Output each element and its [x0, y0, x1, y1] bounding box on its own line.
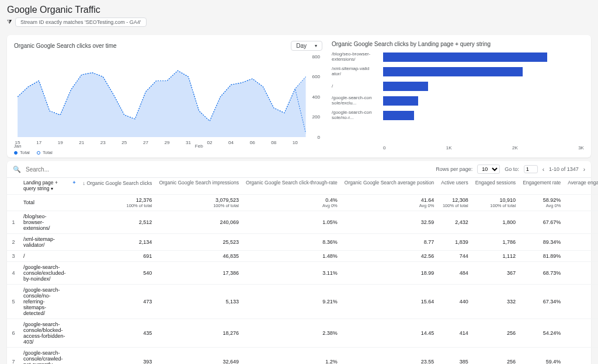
svg-text:600: 600 — [312, 75, 320, 80]
table-header-row: Landing page + query string ▾ + ↓ Organi… — [7, 178, 598, 194]
bar-label: /xml-sitemap-validator/ — [332, 66, 383, 77]
col-time[interactable]: Average engagement time per active user — [564, 178, 598, 194]
data-table: 🔍 Rows per page: 10 Go to: ‹ 1-10 of 134… — [7, 161, 591, 364]
svg-text:200: 200 — [312, 115, 320, 120]
svg-text:17: 17 — [36, 140, 42, 145]
table-row[interactable]: 3/69146,8351.48%42.567441,11281.89%3m 24… — [7, 250, 598, 261]
svg-text:400: 400 — [312, 94, 320, 100]
table-row[interactable]: 4/google-search-console/excluded-by-noin… — [7, 261, 598, 284]
search-input[interactable] — [26, 166, 431, 173]
rows-per-page-label: Rows per page: — [436, 166, 472, 172]
bar-label: /google-search-console/exclu... — [332, 96, 383, 106]
goto-input[interactable] — [524, 165, 538, 173]
chevron-down-icon: ▾ — [51, 186, 53, 191]
pager: Rows per page: 10 Go to: ‹ 1-10 of 1347 … — [436, 164, 585, 174]
col-sess[interactable]: Engaged sessions — [472, 178, 519, 194]
sort-desc-icon: ↓ — [83, 180, 86, 186]
bar-label: / — [332, 84, 383, 89]
timeseries-legend: Total Total — [14, 150, 322, 155]
row-path[interactable]: / — [20, 250, 69, 261]
svg-text:25: 25 — [121, 140, 127, 145]
charts-panel: Organic Google Search clicks over time D… — [7, 35, 591, 158]
svg-text:0: 0 — [317, 135, 320, 140]
bar-label: /blog/seo-browser-extensions/ — [332, 52, 383, 62]
bar-row[interactable]: /xml-sitemap-validator/ — [332, 65, 579, 78]
bar-row[interactable]: /google-search-console/no-r... — [332, 109, 579, 122]
bar-row[interactable]: / — [332, 80, 579, 93]
col-users[interactable]: Active users — [437, 178, 471, 194]
row-path[interactable]: /google-search-console/excluded-by-noind… — [20, 261, 69, 284]
svg-text:06: 06 — [250, 140, 256, 145]
svg-text:10: 10 — [293, 140, 298, 145]
header: Google Organic Traffic ⧩ Stream ID exact… — [0, 0, 598, 29]
col-pos[interactable]: Organic Google Search average position — [341, 178, 438, 194]
rows-per-page-select[interactable]: 10 — [477, 164, 500, 174]
legend-a: Total — [20, 150, 30, 155]
filter-icon: ⧩ — [7, 19, 12, 26]
svg-text:02: 02 — [207, 140, 213, 145]
row-path[interactable]: /xml-sitemap-validator/ — [20, 233, 69, 250]
col-ctr[interactable]: Organic Google Search click-through-rate — [242, 178, 341, 194]
svg-text:27: 27 — [143, 140, 149, 145]
svg-text:800: 800 — [312, 54, 320, 60]
bar-chart-title: Organic Google Search clicks by Landing … — [332, 41, 491, 47]
goto-label: Go to: — [505, 166, 519, 172]
filter-chip-label: Stream ID exactly matches 'SEOTesting.co… — [20, 19, 141, 25]
table-total-row: Total12,376100% of total3,079,523100% of… — [7, 194, 598, 211]
timeseries-title: Organic Google Search clicks over time — [14, 43, 117, 49]
legend-b: Total — [43, 150, 53, 155]
granularity-label: Day — [296, 43, 307, 49]
svg-text:29: 29 — [164, 140, 170, 145]
add-column-button[interactable]: + — [69, 178, 79, 194]
total-label: Total — [20, 194, 69, 211]
row-path[interactable]: /google-search-console/blocked-access-fo… — [20, 318, 69, 347]
table-row[interactable]: 2/xml-sitemap-validator/2,13425,5238.36%… — [7, 233, 598, 250]
svg-text:08: 08 — [271, 140, 277, 145]
col-impr[interactable]: Organic Google Search impressions — [155, 178, 242, 194]
table-row[interactable]: 5/google-search-console/no-referring-sit… — [7, 284, 598, 318]
granularity-select[interactable]: Day ▾ — [291, 41, 322, 51]
svg-text:04: 04 — [228, 140, 234, 145]
bar-label: /google-search-console/no-r... — [332, 110, 383, 121]
prev-page-icon[interactable]: ‹ — [543, 166, 544, 173]
row-path[interactable]: /blog/seo-browser-extensions/ — [20, 211, 69, 233]
timeseries-chart: Organic Google Search clicks over time D… — [14, 41, 322, 155]
table-row[interactable]: 1/blog/seo-browser-extensions/2,512240,0… — [7, 211, 598, 233]
table-row[interactable]: 6/google-search-console/blocked-access-f… — [7, 318, 598, 347]
svg-text:21: 21 — [79, 140, 85, 145]
col-clicks[interactable]: ↓ Organic Google Search clicks — [79, 178, 156, 194]
bar-chart: Organic Google Search clicks by Landing … — [332, 41, 584, 155]
col-group[interactable]: Landing page + query string ▾ — [20, 178, 69, 194]
svg-text:31: 31 — [186, 140, 192, 145]
svg-text:Jan: Jan — [14, 144, 22, 148]
row-path[interactable]: /google-search-console/no-referring-site… — [20, 284, 69, 318]
svg-text:23: 23 — [100, 140, 106, 145]
filter-chip[interactable]: Stream ID exactly matches 'SEOTesting.co… — [15, 18, 147, 27]
bar-row[interactable]: /blog/seo-browser-extensions/ — [332, 51, 579, 64]
row-path[interactable]: /google-search-console/crawled-not-curre… — [20, 347, 69, 364]
page-range: 1-10 of 1347 — [549, 166, 579, 172]
svg-text:Feb: Feb — [195, 144, 204, 148]
table-row[interactable]: 7/google-search-console/crawled-not-curr… — [7, 347, 598, 364]
page-title: Google Organic Traffic — [7, 5, 591, 15]
search-icon: 🔍 — [13, 166, 21, 173]
bar-row[interactable]: /google-search-console/exclu... — [332, 94, 579, 107]
chevron-down-icon: ▾ — [315, 43, 317, 48]
next-page-icon[interactable]: › — [583, 166, 585, 173]
col-eng[interactable]: Engagement rate — [519, 178, 564, 194]
svg-text:19: 19 — [58, 140, 64, 145]
